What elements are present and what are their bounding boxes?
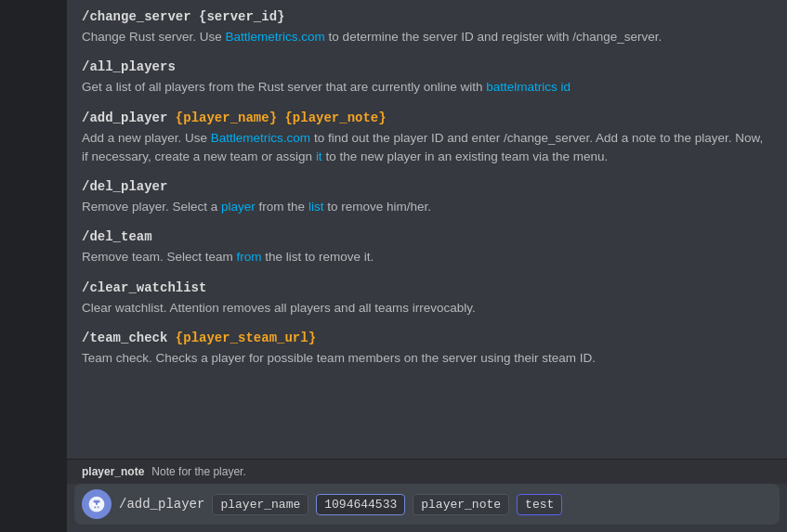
command-change-server-title: /change_server {server_id} bbox=[82, 9, 772, 24]
command-del-team-desc: Remove team. Select team from the list t… bbox=[82, 248, 772, 266]
command-prefix: /add_player bbox=[119, 497, 204, 512]
command-all-players-title: /all_players bbox=[82, 59, 772, 74]
player-note-value[interactable]: test bbox=[517, 494, 562, 515]
status-label: player_note bbox=[82, 465, 144, 478]
command-all-players: /all_players Get a list of all players f… bbox=[82, 59, 772, 97]
bot-avatar bbox=[82, 489, 111, 519]
content-area: /change_server {server_id} Change Rust s… bbox=[67, 0, 787, 532]
command-clear-watchlist: /clear_watchlist Clear watchlist. Attent… bbox=[82, 280, 772, 318]
command-del-team: /del_team Remove team. Select team from … bbox=[82, 229, 772, 266]
command-del-team-title: /del_team bbox=[82, 229, 772, 244]
player-note-token[interactable]: player_note bbox=[413, 494, 509, 515]
command-change-server: /change_server {server_id} Change Rust s… bbox=[82, 9, 772, 46]
command-del-player: /del_player Remove player. Select a play… bbox=[82, 179, 772, 216]
command-all-players-desc: Get a list of all players from the Rust … bbox=[82, 78, 772, 97]
command-del-player-title: /del_player bbox=[82, 179, 772, 194]
player-name-token[interactable]: player_name bbox=[212, 494, 308, 515]
command-team-check-title: /team_check {player_steam_url} bbox=[82, 331, 772, 345]
messages-container[interactable]: /change_server {server_id} Change Rust s… bbox=[67, 0, 787, 459]
main-content: /change_server {server_id} Change Rust s… bbox=[0, 0, 787, 532]
command-team-check: /team_check {player_steam_url} Team chec… bbox=[82, 331, 772, 368]
sidebar bbox=[0, 0, 67, 532]
command-team-check-desc: Team check. Checks a player for possible… bbox=[82, 349, 772, 368]
command-add-player-title: /add_player {player_name} {player_note} bbox=[82, 110, 772, 125]
command-clear-watchlist-desc: Clear watchlist. Attention removes all p… bbox=[82, 299, 772, 318]
command-change-server-desc: Change Rust server. Use Battlemetrics.co… bbox=[82, 28, 772, 46]
status-bar: player_note Note for the player. bbox=[67, 459, 787, 484]
status-desc: Note for the player. bbox=[151, 465, 245, 478]
command-add-player: /add_player {player_name} {player_note} … bbox=[82, 110, 772, 167]
command-del-player-desc: Remove player. Select a player from the … bbox=[82, 198, 772, 216]
command-clear-watchlist-title: /clear_watchlist bbox=[82, 280, 772, 295]
player-name-value[interactable]: 1094644533 bbox=[316, 494, 405, 515]
input-area[interactable]: /add_player player_name 1094644533 playe… bbox=[74, 484, 780, 525]
command-add-player-desc: Add a new player. Use Battlemetrics.com … bbox=[82, 129, 772, 167]
